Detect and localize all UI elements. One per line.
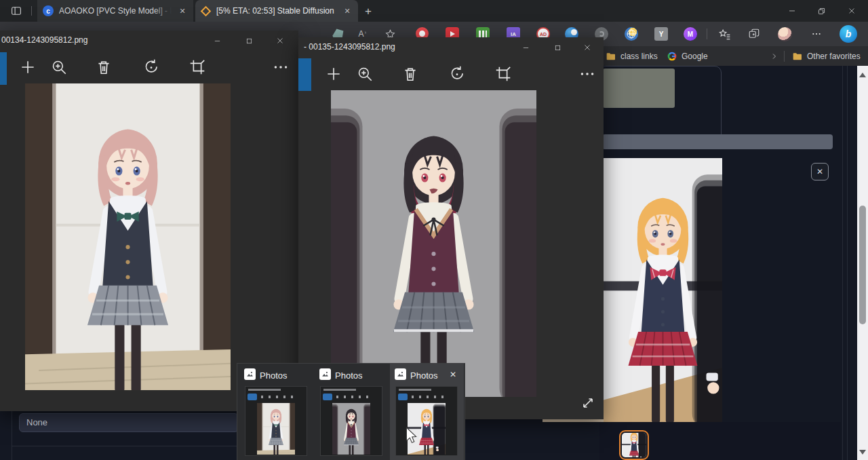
more-button[interactable] bbox=[578, 65, 596, 83]
folder-icon bbox=[606, 51, 616, 62]
tab-separator bbox=[31, 6, 32, 16]
folder-icon bbox=[792, 51, 803, 62]
civitai-favicon: c bbox=[43, 5, 54, 16]
add-button[interactable] bbox=[325, 65, 342, 83]
taskbar-preview-photos-1[interactable]: Photos bbox=[239, 364, 313, 460]
browser-tab-civitai[interactable]: c AOAOKO [PVC Style Model] - PV ✕ bbox=[37, 0, 193, 22]
rotate-button[interactable] bbox=[142, 58, 160, 76]
accent-strip bbox=[298, 58, 311, 91]
new-tab-button[interactable]: + bbox=[361, 5, 375, 18]
browser-restore-button[interactable] bbox=[812, 4, 830, 18]
photos-window-00135: - 00135-1243095812.png bbox=[298, 37, 604, 419]
photos-window-00134: 00134-1243095812.png bbox=[0, 31, 298, 411]
sd-selected-thumbnail[interactable] bbox=[619, 430, 649, 460]
extension-icon-y[interactable]: Y bbox=[654, 27, 668, 41]
sd-result-image bbox=[604, 158, 722, 422]
tab-title-fade bbox=[154, 6, 172, 16]
scrollbar-up-arrow[interactable] bbox=[859, 73, 866, 77]
photos-app-icon bbox=[319, 368, 331, 380]
delete-button[interactable] bbox=[401, 65, 419, 83]
preview-thumbnail bbox=[395, 386, 458, 456]
tab-actions-menu-button[interactable] bbox=[8, 3, 24, 18]
crop-button[interactable] bbox=[189, 58, 206, 76]
taskbar-preview-photos-2[interactable]: Photos bbox=[315, 364, 389, 460]
toolbar-separator bbox=[707, 28, 707, 39]
extension-icon-mastodon[interactable]: M bbox=[684, 27, 697, 41]
more-button[interactable] bbox=[272, 58, 290, 76]
minimize-button[interactable] bbox=[207, 33, 227, 48]
sd-style-dropdown[interactable]: None bbox=[19, 413, 239, 432]
settings-more-icon[interactable] bbox=[810, 27, 823, 41]
tab-title: AOAOKO [PVC Style Model] - PV bbox=[59, 6, 172, 16]
browser-close-button[interactable] bbox=[843, 4, 861, 18]
minimize-button[interactable] bbox=[515, 40, 536, 55]
google-favicon bbox=[667, 51, 677, 62]
maximize-button[interactable] bbox=[239, 33, 259, 48]
favorite-folder-class-links[interactable]: class links bbox=[606, 46, 658, 66]
browser-tab-bar: c AOAOKO [PVC Style Model] - PV ✕ [5% ET… bbox=[0, 0, 868, 22]
sd-panel-line bbox=[842, 66, 843, 460]
photos-app-icon bbox=[244, 368, 256, 380]
preview-thumbnail bbox=[245, 386, 307, 456]
taskbar-preview-photos-3[interactable]: Photos ✕ bbox=[390, 364, 464, 460]
desktop-screenshot: c AOAOKO [PVC Style Model] - PV ✕ [5% ET… bbox=[0, 0, 868, 460]
delete-button[interactable] bbox=[95, 58, 113, 76]
preview-close-icon[interactable]: ✕ bbox=[447, 368, 459, 381]
bing-chat-icon[interactable]: b bbox=[840, 25, 857, 43]
scrollbar-thumb[interactable] bbox=[859, 206, 866, 324]
maximize-button[interactable] bbox=[547, 40, 568, 55]
close-tab-icon[interactable]: ✕ bbox=[342, 5, 353, 16]
photo-image-00134 bbox=[25, 83, 231, 390]
favorites-overflow-chevron[interactable] bbox=[770, 46, 778, 66]
window-title: - 00135-1243095812.png bbox=[304, 42, 395, 52]
sd-column-divider bbox=[12, 411, 12, 460]
preview-label: Photos bbox=[335, 370, 362, 381]
browser-tab-stable-diffusion[interactable]: [5% ETA: 02:53] Stable Diffusion ✕ bbox=[195, 0, 358, 22]
add-button[interactable] bbox=[19, 58, 37, 76]
zoom-in-button[interactable] bbox=[50, 58, 68, 76]
favorite-folder-other-favorites[interactable]: Other favorites bbox=[792, 46, 861, 66]
close-button[interactable] bbox=[577, 40, 597, 55]
preview-thumbnail bbox=[320, 386, 382, 456]
close-button[interactable] bbox=[270, 33, 290, 48]
expand-icon[interactable] bbox=[580, 395, 596, 411]
rotate-button[interactable] bbox=[448, 65, 466, 83]
extension-icon-globe[interactable] bbox=[625, 27, 638, 41]
sd-progress-bar bbox=[602, 134, 833, 149]
favorites-separator bbox=[784, 46, 785, 66]
browser-minimize-button[interactable] bbox=[783, 4, 801, 18]
sd-image-close-button[interactable]: ✕ bbox=[811, 163, 829, 180]
zoom-in-button[interactable] bbox=[356, 65, 374, 83]
crop-button[interactable] bbox=[494, 65, 512, 83]
photo-image-00135 bbox=[331, 90, 536, 397]
tab-actions-icon bbox=[10, 5, 22, 17]
accent-strip bbox=[0, 52, 7, 85]
window-title: 00134-1243095812.png bbox=[1, 35, 87, 45]
photos-app-icon bbox=[395, 368, 406, 380]
close-tab-icon[interactable]: ✕ bbox=[177, 5, 188, 16]
favorites-collections-icon[interactable] bbox=[717, 27, 731, 41]
mouse-cursor bbox=[406, 427, 417, 444]
tab-title: [5% ETA: 02:53] Stable Diffusion bbox=[216, 6, 336, 16]
collections-add-icon[interactable] bbox=[747, 27, 761, 41]
sd-row-divider bbox=[12, 446, 237, 446]
sd-panel-line bbox=[847, 66, 848, 460]
taskbar-preview-popup: Photos Photos Photos ✕ bbox=[237, 363, 465, 460]
favorite-google[interactable]: Google bbox=[667, 46, 708, 66]
gradio-favicon bbox=[201, 6, 211, 16]
profile-avatar[interactable] bbox=[778, 27, 792, 41]
scrollbar-down-arrow[interactable] bbox=[859, 450, 866, 455]
preview-label: Photos bbox=[260, 370, 287, 381]
preview-label: Photos bbox=[410, 370, 437, 381]
